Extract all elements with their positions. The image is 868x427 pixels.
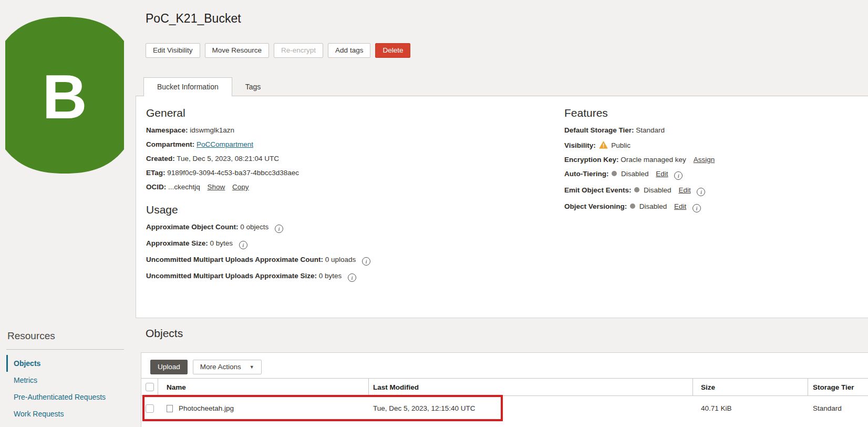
ocid-show-link[interactable]: Show [208,183,225,191]
info-icon[interactable]: i [348,273,356,282]
emit-object-events-field: Emit Object Events: Disabled Edit i [564,187,859,196]
status-dot-icon [634,187,639,192]
compartment-link[interactable]: PoCCompartment [197,140,253,148]
features-panel: Features Default Storage Tier: Standard … [564,107,859,219]
row-checkbox[interactable] [146,404,154,413]
default-storage-tier-label: Default Storage Tier: [564,126,634,134]
object-versioning-edit-link[interactable]: Edit [674,202,686,210]
tab-bucket-information[interactable]: Bucket Information [143,77,232,96]
tab-bar: Bucket Information Tags [136,77,868,96]
approximate-size-value: 0 bytes [210,239,233,247]
visibility-label: Visibility: [564,141,596,149]
info-icon[interactable]: i [275,225,283,233]
chevron-down-icon: ▼ [250,364,254,370]
default-storage-tier-field: Default Storage Tier: Standard [564,127,859,134]
column-header-storage-tier: Storage Tier [808,379,868,395]
created-label: Created: [146,155,175,162]
column-header-size: Size [693,379,808,395]
info-icon[interactable]: i [674,171,683,180]
namespace-value: idswmglk1azn [190,126,234,134]
info-icon[interactable]: i [362,257,370,266]
multipart-count-label: Uncommitted Multipart Uploads Approximat… [146,256,323,263]
ocid-value: ...ckechtjq [168,183,200,191]
created-value: Tue, Dec 5, 2023, 08:21:04 UTC [177,155,279,162]
objects-panel: Upload More Actions▼ Name Last Modified … [141,352,868,427]
etag-value: 9189f0c9-3094-4c53-ba37-4bbcc3d38aec [167,169,299,177]
resources-heading: Resources [6,330,124,342]
emit-object-events-edit-link[interactable]: Edit [678,186,690,194]
auto-tiering-field: Auto-Tiering: Disabled Edit i [564,170,859,180]
approximate-size-field: Approximate Size: 0 bytes i [146,240,868,249]
table-row[interactable]: Photocheetah.jpg Tue, Dec 5, 2023, 12:15… [141,396,868,421]
bucket-details-page: B Resources Objects Metrics Pre-Authenti… [0,0,868,427]
add-tags-button[interactable]: Add tags [328,43,370,58]
compartment-label: Compartment: [146,140,194,148]
approximate-object-count-label: Approximate Object Count: [146,223,239,231]
emit-object-events-value: Disabled [644,186,671,194]
objects-toolbar: Upload More Actions▼ [141,353,868,374]
column-header-last-modified: Last Modified [369,379,693,395]
sidebar-item-work-requests[interactable]: Work Requests [6,405,124,422]
assign-key-link[interactable]: Assign [694,156,715,164]
default-storage-tier-value: Standard [636,126,665,134]
action-bar: Edit Visibility Move Resource Re-encrypt… [146,43,410,58]
encryption-key-value: Oracle managed key [621,156,686,164]
auto-tiering-label: Auto-Tiering: [564,170,609,178]
object-versioning-field: Object Versioning: Disabled Edit i [564,203,859,212]
more-actions-dropdown[interactable]: More Actions▼ [193,360,262,374]
column-header-name: Name [158,379,369,395]
bucket-icon-letter: B [5,17,124,174]
file-icon [167,405,173,412]
upload-button[interactable]: Upload [150,360,188,374]
sidebar-item-pre-authenticated-requests[interactable]: Pre-Authenticated Requests [6,389,124,405]
encryption-key-field: Encryption Key: Oracle managed key Assig… [564,156,859,164]
edit-visibility-button[interactable]: Edit Visibility [146,43,200,58]
objects-table: Name Last Modified Size Storage Tier Pho… [141,378,868,421]
multipart-size-field: Uncommitted Multipart Uploads Approximat… [146,272,868,282]
warning-icon [599,141,608,149]
auto-tiering-edit-link[interactable]: Edit [656,170,668,178]
ocid-copy-link[interactable]: Copy [232,183,249,191]
objects-heading: Objects [146,327,183,340]
approximate-object-count-value: 0 objects [240,223,268,231]
ocid-label: OCID: [146,183,166,191]
namespace-label: Namespace: [146,126,188,134]
approximate-size-label: Approximate Size: [146,239,208,247]
etag-label: ETag: [146,169,166,177]
multipart-size-value: 0 bytes [319,272,342,280]
status-dot-icon [612,171,617,176]
auto-tiering-value: Disabled [621,170,649,178]
tab-tags[interactable]: Tags [232,78,274,96]
resources-divider [6,349,124,350]
bucket-resource-icon: B [5,17,124,174]
info-icon[interactable]: i [697,188,705,196]
object-name: Photocheetah.jpg [179,404,234,412]
multipart-count-value: 0 uploads [325,256,356,263]
sidebar-item-objects[interactable]: Objects [6,355,124,372]
objects-table-header: Name Last Modified Size Storage Tier [141,378,868,396]
encryption-key-label: Encryption Key: [564,156,619,164]
resources-panel: Resources Objects Metrics Pre-Authentica… [6,330,124,422]
multipart-size-label: Uncommitted Multipart Uploads Approximat… [146,272,317,280]
more-actions-label: More Actions [200,363,241,371]
approximate-object-count-field: Approximate Object Count: 0 objects i [146,223,868,233]
emit-object-events-label: Emit Object Events: [564,186,632,194]
move-resource-button[interactable]: Move Resource [205,43,270,58]
object-last-modified: Tue, Dec 5, 2023, 12:15:40 UTC [369,396,693,421]
info-icon[interactable]: i [239,241,247,249]
page-title: PoC_K21_Bucket [146,12,241,26]
select-all-checkbox[interactable] [146,383,154,391]
visibility-field: Visibility: Public [564,141,859,149]
info-icon[interactable]: i [693,204,701,212]
multipart-count-field: Uncommitted Multipart Uploads Approximat… [146,256,868,266]
delete-button[interactable]: Delete [375,43,410,58]
object-storage-tier: Standard [808,396,868,421]
re-encrypt-button: Re-encrypt [274,43,323,58]
object-versioning-value: Disabled [639,202,667,210]
object-versioning-label: Object Versioning: [564,202,627,210]
bucket-information-panel: General Namespace: idswmglk1azn Compartm… [136,96,868,318]
object-size: 40.71 KiB [693,396,808,421]
features-heading: Features [564,107,859,119]
status-dot-icon [630,204,635,209]
sidebar-item-metrics[interactable]: Metrics [6,372,124,389]
